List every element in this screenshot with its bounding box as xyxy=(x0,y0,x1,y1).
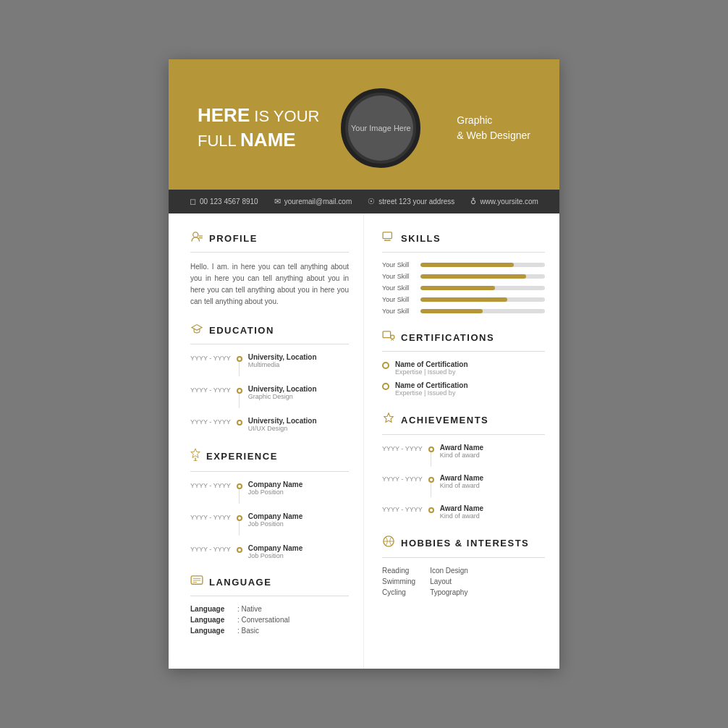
education-title: EDUCATION xyxy=(190,323,349,337)
achieve-date: YYYY - YYYY xyxy=(382,504,423,513)
achievements-list: YYYY - YYYY Award Name Kind of award YYY… xyxy=(382,444,545,520)
skill-item: Your Skill xyxy=(382,308,545,315)
skill-item: Your Skill xyxy=(382,261,545,268)
svg-rect-13 xyxy=(383,331,391,338)
skills-section: SKILLS Your Skill Your Skill Your Skill … xyxy=(382,232,545,315)
photo-placeholder: Your Image Here xyxy=(348,96,413,161)
hobbies-section: HOBBIES & INTERESTS ReadingSwimmingCycli… xyxy=(382,536,545,596)
profile-divider xyxy=(190,252,349,253)
achievements-section: ACHIEVEMENTS YYYY - YYYY Award Name Kind… xyxy=(382,412,545,520)
skill-bar-fill xyxy=(420,286,495,290)
education-section-label: EDUCATION xyxy=(209,325,274,336)
experience-item: YYYY - YYYY Company Name Job Position xyxy=(190,512,349,536)
cert-dot xyxy=(382,362,389,369)
skill-bar-fill xyxy=(420,309,483,313)
hobbies-col2: Icon DesignLayoutTypography xyxy=(430,567,468,596)
skill-item: Your Skill xyxy=(382,296,545,303)
experience-item: YYYY - YYYY Company Name Job Position xyxy=(190,481,349,504)
skill-bar-bg xyxy=(420,263,545,267)
skills-divider xyxy=(382,252,545,253)
left-column: PROFILE Hello. I am. in here you can tel… xyxy=(169,213,364,669)
header-photo-wrapper: Your Image Here xyxy=(341,88,420,168)
cert-dot xyxy=(382,383,389,390)
language-title: LANGUAGE xyxy=(190,575,349,588)
exp-content: Company Name Job Position xyxy=(248,481,303,496)
certifications-title: CERTIFICATIONS xyxy=(382,331,545,344)
certification-item: Name of Certification Expertise | Issued… xyxy=(382,360,545,376)
achievements-icon xyxy=(382,412,395,427)
exp-date: YYYY - YYYY xyxy=(190,512,231,521)
svg-point-0 xyxy=(193,232,198,237)
timeline-dot xyxy=(237,356,242,362)
skill-item: Your Skill xyxy=(382,273,545,280)
hobby-item: Icon Design xyxy=(430,567,468,575)
achievement-item: YYYY - YYYY Award Name Kind of award xyxy=(382,504,545,520)
header-name: HERE IS YOURFULL NAME xyxy=(198,103,319,153)
achievement-item: YYYY - YYYY Award Name Kind of award xyxy=(382,444,545,467)
skill-bar-bg xyxy=(420,286,545,290)
hobbies-title: HOBBIES & INTERESTS xyxy=(382,536,545,550)
location-icon: ☉ xyxy=(368,197,375,206)
edu-date: YYYY - YYYY xyxy=(190,417,231,426)
edu-date: YYYY - YYYY xyxy=(190,353,231,362)
hobby-item: Reading xyxy=(382,567,415,575)
experience-list: YYYY - YYYY Company Name Job Position YY… xyxy=(190,481,349,559)
hobby-item: Typography xyxy=(430,588,468,596)
phone-icon: ◻ xyxy=(190,197,196,206)
svg-rect-9 xyxy=(383,232,391,239)
exp-content: Company Name Job Position xyxy=(248,512,303,528)
language-item: Language : Conversational xyxy=(190,616,349,624)
language-item: Language : Basic xyxy=(190,627,349,635)
edu-content: University, Location Multimedia xyxy=(248,353,317,368)
exp-content: Company Name Job Position xyxy=(248,544,303,559)
language-icon xyxy=(190,575,203,588)
contact-phone: ◻ 00 123 4567 8910 xyxy=(190,197,258,206)
achieve-content: Award Name Kind of award xyxy=(440,444,483,459)
exp-date: YYYY - YYYY xyxy=(190,544,231,553)
experience-section-label: EXPERIENCE xyxy=(206,451,278,462)
hobbies-grid: ReadingSwimmingCycling Icon DesignLayout… xyxy=(382,567,545,596)
skills-list: Your Skill Your Skill Your Skill Your Sk… xyxy=(382,261,545,315)
language-section: LANGUAGE Language : Native Language : Co… xyxy=(190,575,349,635)
header-section: HERE IS YOURFULL NAME Your Image Here Gr… xyxy=(169,59,559,190)
education-divider xyxy=(190,344,349,344)
education-section: EDUCATION YYYY - YYYY University, Locati… xyxy=(190,323,349,432)
timeline-dot xyxy=(428,507,434,513)
hobby-item: Swimming xyxy=(382,577,415,585)
timeline-dot xyxy=(428,477,434,483)
contact-address: ☉ street 123 your address xyxy=(368,197,454,206)
skill-bar-bg xyxy=(420,274,545,279)
achievements-title: ACHIEVEMENTS xyxy=(382,412,545,427)
certification-item: Name of Certification Expertise | Issued… xyxy=(382,381,545,397)
language-list: Language : Native Language : Conversatio… xyxy=(190,605,349,635)
skills-title: SKILLS xyxy=(382,232,545,245)
certifications-section-label: CERTIFICATIONS xyxy=(401,332,494,343)
profile-title: PROFILE xyxy=(190,232,349,245)
experience-divider xyxy=(190,471,349,472)
name-bold: HERE xyxy=(198,104,250,126)
achievements-divider xyxy=(382,434,545,435)
profile-section-label: PROFILE xyxy=(209,233,258,244)
achievement-item: YYYY - YYYY Award Name Kind of award xyxy=(382,474,545,497)
education-item: YYYY - YYYY University, Location Multime… xyxy=(190,353,349,376)
achieve-content: Award Name Kind of award xyxy=(440,474,483,489)
skill-bar-bg xyxy=(420,297,545,302)
skill-item: Your Skill xyxy=(382,284,545,292)
experience-item: YYYY - YYYY Company Name Job Position xyxy=(190,544,349,559)
hobby-item: Layout xyxy=(430,577,468,585)
language-item: Language : Native xyxy=(190,605,349,613)
web-icon: ♁ xyxy=(470,197,476,206)
profile-text: Hello. I am. in here you can tell anythi… xyxy=(190,261,349,308)
skills-icon xyxy=(382,232,395,245)
hobbies-section-label: HOBBIES & INTERESTS xyxy=(401,538,529,549)
contact-email: ✉ youremail@mail.com xyxy=(274,197,352,206)
skill-bar-bg xyxy=(420,309,545,313)
skill-bar-fill xyxy=(420,263,514,267)
experience-section: EXPERIENCE YYYY - YYYY Company Name Job … xyxy=(190,448,349,559)
profile-section: PROFILE Hello. I am. in here you can tel… xyxy=(190,232,349,308)
certifications-icon xyxy=(382,331,395,344)
skill-bar-fill xyxy=(420,297,507,302)
skill-bar-fill xyxy=(420,274,526,279)
svg-point-14 xyxy=(391,335,394,339)
right-column: SKILLS Your Skill Your Skill Your Skill … xyxy=(364,213,559,669)
